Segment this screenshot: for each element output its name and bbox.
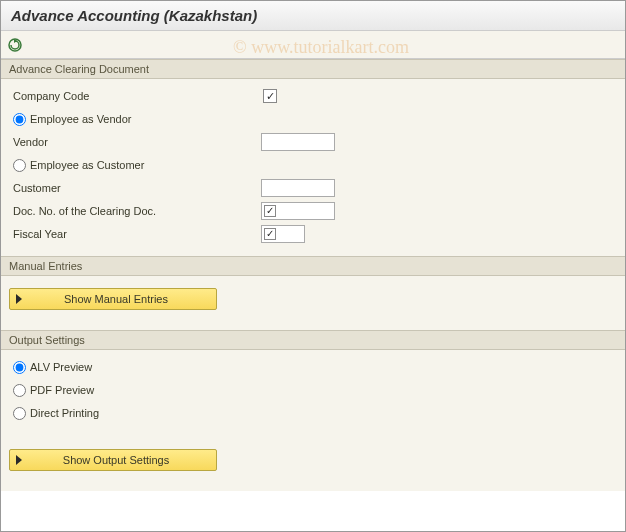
group-header-output: Output Settings — [1, 330, 625, 350]
play-icon — [16, 294, 22, 304]
vendor-input[interactable] — [261, 133, 335, 151]
direct-printing-radio[interactable]: Direct Printing — [13, 407, 261, 420]
pdf-preview-label: PDF Preview — [30, 384, 94, 396]
toolbar — [1, 31, 625, 59]
execute-icon[interactable] — [7, 37, 23, 53]
pdf-preview-radio[interactable]: PDF Preview — [13, 384, 261, 397]
group-clearing: Advance Clearing Document Company Code E… — [1, 59, 625, 256]
show-manual-entries-button[interactable]: Show Manual Entries — [9, 288, 217, 310]
page-title: Advance Accounting (Kazakhstan) — [1, 1, 625, 31]
employee-vendor-label: Employee as Vendor — [30, 113, 132, 125]
alv-preview-label: ALV Preview — [30, 361, 92, 373]
employee-customer-label: Employee as Customer — [30, 159, 144, 171]
play-icon — [16, 455, 22, 465]
fiscal-year-label: Fiscal Year — [9, 228, 261, 240]
group-header-manual: Manual Entries — [1, 256, 625, 276]
group-output: Output Settings ALV Preview PDF Preview — [1, 330, 625, 491]
fiscal-year-checkbox[interactable] — [264, 228, 276, 240]
show-output-settings-label: Show Output Settings — [30, 454, 202, 466]
customer-input[interactable] — [261, 179, 335, 197]
show-manual-entries-label: Show Manual Entries — [30, 293, 202, 305]
alv-preview-radio[interactable]: ALV Preview — [13, 361, 261, 374]
customer-label: Customer — [9, 182, 261, 194]
group-manual: Manual Entries Show Manual Entries — [1, 256, 625, 330]
group-header-clearing: Advance Clearing Document — [1, 59, 625, 79]
company-code-label: Company Code — [9, 90, 261, 102]
employee-vendor-radio[interactable]: Employee as Vendor — [13, 113, 261, 126]
company-code-checkbox[interactable] — [263, 89, 277, 103]
doc-no-checkbox[interactable] — [264, 205, 276, 217]
direct-printing-label: Direct Printing — [30, 407, 99, 419]
show-output-settings-button[interactable]: Show Output Settings — [9, 449, 217, 471]
vendor-label: Vendor — [9, 136, 261, 148]
content-area: Advance Clearing Document Company Code E… — [1, 59, 625, 491]
doc-no-label: Doc. No. of the Clearing Doc. — [9, 205, 261, 217]
employee-customer-radio[interactable]: Employee as Customer — [13, 159, 261, 172]
